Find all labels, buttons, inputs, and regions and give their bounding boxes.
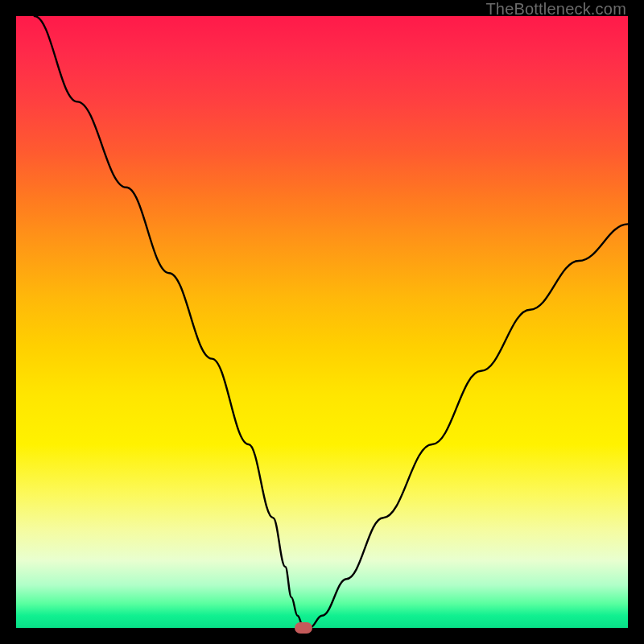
optimum-marker: [295, 622, 312, 634]
curve-svg: [16, 16, 628, 628]
plot-area: [16, 16, 628, 628]
chart-frame: TheBottleneck.com: [0, 0, 644, 644]
